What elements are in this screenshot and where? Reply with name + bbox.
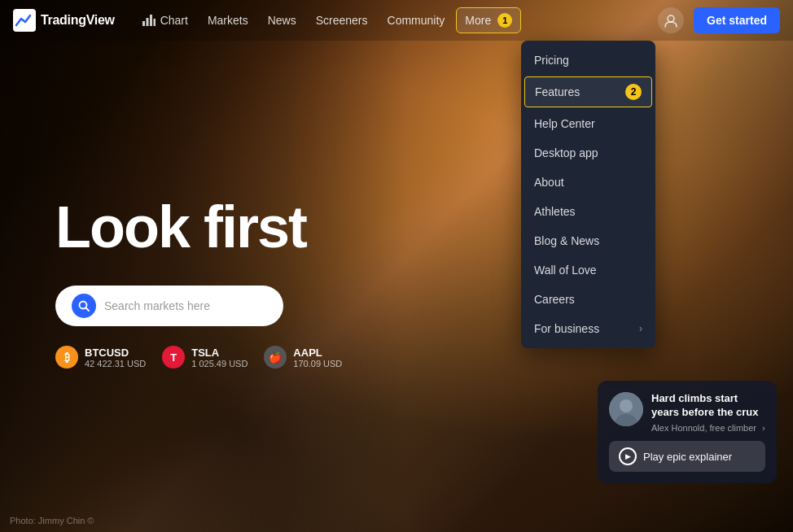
- chart-nav-icon: [142, 15, 156, 26]
- search-icon-circle: [72, 294, 96, 318]
- svg-rect-4: [153, 19, 156, 26]
- avatar-image: [609, 392, 643, 426]
- pricing-label: Pricing: [534, 54, 569, 67]
- logo[interactable]: TradingView: [13, 9, 115, 32]
- features-label: Features: [535, 85, 580, 98]
- svg-point-5: [668, 15, 674, 22]
- ticker-btcusd[interactable]: ₿ BTCUSD 42 422.31 USD: [55, 346, 146, 368]
- chevron-down-icon: ›: [762, 423, 765, 433]
- ticker-tsla[interactable]: T TSLA 1 025.49 USD: [162, 346, 248, 368]
- dropdown-item-about[interactable]: About: [521, 168, 655, 197]
- nav-item-screeners[interactable]: Screeners: [308, 9, 376, 32]
- aapl-info: AAPL 170.09 USD: [293, 347, 342, 368]
- user-account-button[interactable]: [658, 7, 684, 33]
- svg-rect-1: [142, 21, 145, 26]
- play-icon: ▶: [619, 447, 637, 465]
- btc-icon: ₿: [55, 346, 78, 368]
- card-text: Hard climbs start years before the crux …: [651, 392, 765, 433]
- svg-rect-2: [146, 18, 148, 26]
- about-label: About: [534, 176, 564, 189]
- dropdown-item-careers[interactable]: Careers: [521, 285, 655, 314]
- wall-of-love-label: Wall of Love: [534, 264, 597, 277]
- btc-symbol: BTCUSD: [85, 347, 146, 359]
- card-author: Alex Honnold, free climber ›: [651, 423, 765, 433]
- more-dropdown-menu: Pricing Features 2 Help Center Desktop a…: [521, 41, 655, 348]
- for-business-label: For business: [534, 322, 599, 335]
- hero-title: Look first: [55, 195, 342, 259]
- nav-screeners-label: Screeners: [316, 14, 368, 27]
- aapl-price: 170.09 USD: [293, 359, 342, 368]
- dropdown-item-desktop-app[interactable]: Desktop app: [521, 138, 655, 168]
- nav-more-label: More: [465, 14, 491, 27]
- dropdown-item-features[interactable]: Features 2: [524, 76, 652, 107]
- tsla-symbol: TSLA: [191, 347, 248, 359]
- svg-rect-3: [150, 15, 152, 26]
- dropdown-item-for-business[interactable]: For business ›: [521, 314, 655, 343]
- card-content: Hard climbs start years before the crux …: [609, 392, 765, 433]
- btc-info: BTCUSD 42 422.31 USD: [85, 347, 146, 368]
- nav-chart-label: Chart: [160, 14, 188, 27]
- hero-content: Look first Search markets here ₿ BTCUSD …: [55, 195, 342, 368]
- ticker-bar: ₿ BTCUSD 42 422.31 USD T TSLA 1 025.49 U…: [55, 346, 342, 368]
- search-placeholder-text: Search markets here: [104, 299, 210, 312]
- blog-news-label: Blog & News: [534, 234, 599, 247]
- nav-links: Chart Markets News Screeners Community M…: [134, 7, 658, 33]
- desktop-app-label: Desktop app: [534, 146, 598, 159]
- tsla-info: TSLA 1 025.49 USD: [191, 347, 248, 368]
- user-icon: [664, 13, 678, 28]
- nav-item-markets[interactable]: Markets: [199, 9, 256, 32]
- nav-item-more[interactable]: More 1: [456, 7, 521, 33]
- nav-news-label: News: [268, 14, 296, 27]
- bottom-card: Hard climbs start years before the crux …: [598, 381, 777, 483]
- tsla-icon: T: [162, 346, 185, 368]
- dropdown-item-athletes[interactable]: Athletes: [521, 197, 655, 226]
- nav-item-community[interactable]: Community: [379, 9, 453, 32]
- tsla-price: 1 025.49 USD: [191, 359, 248, 368]
- help-center-label: Help Center: [534, 117, 595, 130]
- search-bar[interactable]: Search markets here: [55, 286, 283, 326]
- play-button[interactable]: ▶ Play epic explainer: [609, 441, 765, 472]
- step-2-badge: 2: [625, 84, 642, 100]
- btc-price: 42 422.31 USD: [85, 359, 146, 368]
- tradingview-logo-icon: [13, 9, 36, 32]
- aapl-icon: 🍎: [264, 346, 287, 368]
- dropdown-item-pricing[interactable]: Pricing: [521, 46, 655, 75]
- svg-point-8: [620, 399, 633, 412]
- aapl-symbol: AAPL: [293, 347, 342, 359]
- dropdown-item-blog-news[interactable]: Blog & News: [521, 226, 655, 255]
- nav-item-news[interactable]: News: [260, 9, 304, 32]
- photo-credit: Photo: Jimmy Chin ©: [10, 516, 94, 525]
- card-quote: Hard climbs start years before the crux: [651, 392, 765, 420]
- navbar: TradingView Chart Markets News Screeners…: [0, 0, 793, 41]
- avatar: [609, 392, 643, 426]
- get-started-button[interactable]: Get started: [694, 7, 780, 33]
- dropdown-item-help-center[interactable]: Help Center: [521, 109, 655, 138]
- play-label: Play epic explainer: [643, 451, 732, 463]
- search-icon: [78, 300, 90, 312]
- chevron-right-icon: ›: [639, 323, 642, 334]
- ticker-aapl[interactable]: 🍎 AAPL 170.09 USD: [264, 346, 342, 368]
- nav-community-label: Community: [388, 14, 445, 27]
- nav-right: Get started: [658, 7, 780, 33]
- step-1-badge: 1: [497, 13, 512, 28]
- careers-label: Careers: [534, 293, 575, 306]
- athletes-label: Athletes: [534, 205, 576, 218]
- nav-item-chart[interactable]: Chart: [134, 9, 196, 32]
- logo-text: TradingView: [41, 13, 115, 28]
- dropdown-item-wall-of-love[interactable]: Wall of Love: [521, 255, 655, 285]
- nav-markets-label: Markets: [208, 14, 248, 27]
